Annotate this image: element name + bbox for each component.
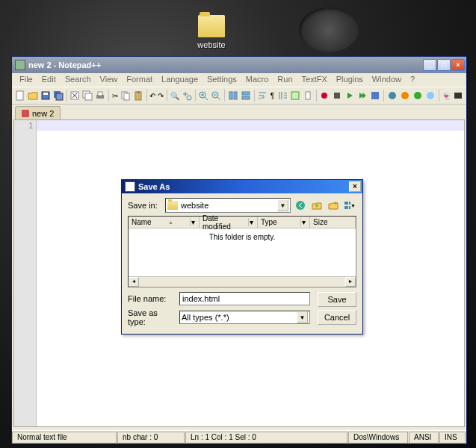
desktop-folder-label: website bbox=[189, 40, 234, 49]
savein-dropdown[interactable]: website ▼ bbox=[165, 198, 291, 213]
run-multi-icon[interactable] bbox=[356, 89, 368, 102]
save-button[interactable]: Save bbox=[318, 292, 356, 307]
maximize-button[interactable]: □ bbox=[437, 59, 451, 71]
browser-ff-icon[interactable] bbox=[399, 89, 411, 102]
cut-icon[interactable]: ✂ bbox=[111, 89, 119, 102]
statusbar: Normal text file nb char : 0 Ln : 1 Col … bbox=[12, 430, 466, 444]
folder-icon bbox=[167, 201, 178, 210]
svg-rect-22 bbox=[306, 92, 310, 99]
horizontal-scrollbar[interactable]: ◂ ▸ bbox=[129, 276, 356, 287]
cancel-button[interactable]: Cancel bbox=[318, 310, 356, 325]
undo-icon[interactable]: ↶ bbox=[149, 89, 156, 102]
tab-new2[interactable]: new 2 bbox=[15, 106, 61, 119]
column-type[interactable]: Type▾ bbox=[258, 217, 310, 228]
wrap-icon[interactable] bbox=[256, 89, 268, 102]
dropdown-arrow-icon[interactable]: ▼ bbox=[277, 199, 288, 211]
saveastype-value: All types (*.*) bbox=[182, 313, 297, 322]
save-macro-icon[interactable] bbox=[369, 89, 381, 102]
browser-safari-icon[interactable] bbox=[424, 89, 436, 102]
dialog-titlebar[interactable]: Save As × bbox=[122, 180, 362, 193]
browser-ie-icon[interactable] bbox=[386, 89, 398, 102]
saveastype-label: Save as type: bbox=[128, 308, 176, 326]
menu-search[interactable]: Search bbox=[61, 75, 96, 85]
line-number-gutter: 1 bbox=[14, 120, 37, 426]
svg-rect-18 bbox=[234, 92, 237, 99]
menubar: File Edit Search View Format Language Se… bbox=[12, 73, 466, 87]
desktop-folder-website[interactable]: website bbox=[189, 15, 234, 49]
scroll-right-icon[interactable]: ▸ bbox=[345, 277, 356, 287]
file-list[interactable]: Name▲▾ Date modified▾ Type▾ Size This fo… bbox=[128, 216, 356, 287]
up-folder-icon[interactable] bbox=[310, 199, 324, 212]
sync-v-icon[interactable] bbox=[227, 89, 239, 102]
menu-textfx[interactable]: TextFX bbox=[297, 75, 332, 85]
menu-edit[interactable]: Edit bbox=[37, 75, 61, 85]
svg-rect-17 bbox=[229, 92, 232, 99]
svg-rect-9 bbox=[98, 92, 102, 96]
menu-view[interactable]: View bbox=[96, 75, 123, 85]
user-lang-icon[interactable] bbox=[289, 89, 301, 102]
menu-help[interactable]: ? bbox=[406, 75, 419, 85]
redo-icon[interactable]: ↷ bbox=[157, 89, 164, 102]
scroll-left-icon[interactable]: ◂ bbox=[129, 277, 139, 287]
close-file-icon[interactable] bbox=[69, 89, 81, 102]
svg-rect-19 bbox=[242, 92, 250, 95]
open-file-icon[interactable] bbox=[27, 89, 39, 102]
stop-macro-icon[interactable] bbox=[331, 89, 343, 102]
save-all-icon[interactable] bbox=[52, 89, 64, 102]
column-size[interactable]: Size bbox=[310, 217, 356, 228]
folder-icon bbox=[198, 15, 225, 37]
menu-run[interactable]: Run bbox=[273, 75, 297, 85]
svg-rect-4 bbox=[56, 93, 63, 100]
svg-rect-21 bbox=[291, 92, 299, 99]
save-icon[interactable] bbox=[40, 89, 52, 102]
copy-icon[interactable] bbox=[120, 89, 132, 102]
play-macro-icon[interactable] bbox=[344, 89, 356, 102]
saveastype-dropdown[interactable]: All types (*.*) ▼ bbox=[179, 311, 310, 324]
sync-h-icon[interactable] bbox=[240, 89, 252, 102]
menu-plugins[interactable]: Plugins bbox=[332, 75, 368, 85]
filename-input[interactable] bbox=[179, 292, 310, 305]
back-icon[interactable] bbox=[294, 199, 307, 212]
view-menu-icon[interactable]: ▼ bbox=[343, 199, 356, 212]
menu-settings[interactable]: Settings bbox=[203, 75, 241, 85]
svg-point-27 bbox=[401, 92, 409, 99]
console-icon[interactable] bbox=[452, 89, 464, 102]
doc-map-icon[interactable] bbox=[302, 89, 314, 102]
menu-language[interactable]: Language bbox=[157, 75, 203, 85]
titlebar[interactable]: new 2 - Notepad++ _ □ × bbox=[12, 57, 466, 73]
new-folder-icon[interactable] bbox=[327, 199, 340, 212]
record-macro-icon[interactable] bbox=[318, 89, 330, 102]
browser-chrome-icon[interactable] bbox=[412, 89, 424, 102]
dialog-icon bbox=[125, 181, 135, 192]
close-button[interactable]: × bbox=[451, 59, 465, 71]
menu-window[interactable]: Window bbox=[368, 75, 406, 85]
column-date[interactable]: Date modified▾ bbox=[200, 217, 258, 228]
zoom-out-icon[interactable] bbox=[210, 89, 222, 102]
menu-file[interactable]: File bbox=[15, 75, 37, 85]
dialog-close-button[interactable]: × bbox=[349, 181, 361, 192]
minimize-button[interactable]: _ bbox=[423, 59, 436, 71]
svg-rect-11 bbox=[124, 93, 129, 100]
svg-point-28 bbox=[414, 92, 421, 99]
paste-icon[interactable] bbox=[132, 89, 144, 102]
menu-macro[interactable]: Macro bbox=[241, 75, 273, 85]
svg-rect-2 bbox=[43, 93, 48, 95]
status-eol: Dos\Windows bbox=[348, 432, 408, 444]
ghost-icon[interactable]: 👻 bbox=[441, 89, 451, 102]
status-filetype: Normal text file bbox=[12, 432, 117, 444]
indent-guide-icon[interactable] bbox=[276, 89, 288, 102]
dropdown-arrow-icon[interactable]: ▼ bbox=[297, 311, 308, 323]
zoom-in-icon[interactable] bbox=[197, 89, 209, 102]
menu-format[interactable]: Format bbox=[122, 75, 157, 85]
new-file-icon[interactable] bbox=[14, 89, 26, 102]
close-all-icon[interactable] bbox=[81, 89, 93, 102]
find-icon[interactable]: 🔍 bbox=[170, 89, 180, 102]
replace-icon[interactable] bbox=[181, 89, 193, 102]
column-name[interactable]: Name▲▾ bbox=[129, 217, 200, 228]
svg-point-31 bbox=[296, 201, 305, 210]
tabbar: new 2 bbox=[12, 105, 466, 119]
print-icon[interactable] bbox=[94, 89, 106, 102]
status-encoding: ANSI bbox=[409, 432, 439, 444]
tab-modified-icon bbox=[22, 110, 29, 117]
show-all-chars-icon[interactable]: ¶ bbox=[269, 89, 276, 102]
